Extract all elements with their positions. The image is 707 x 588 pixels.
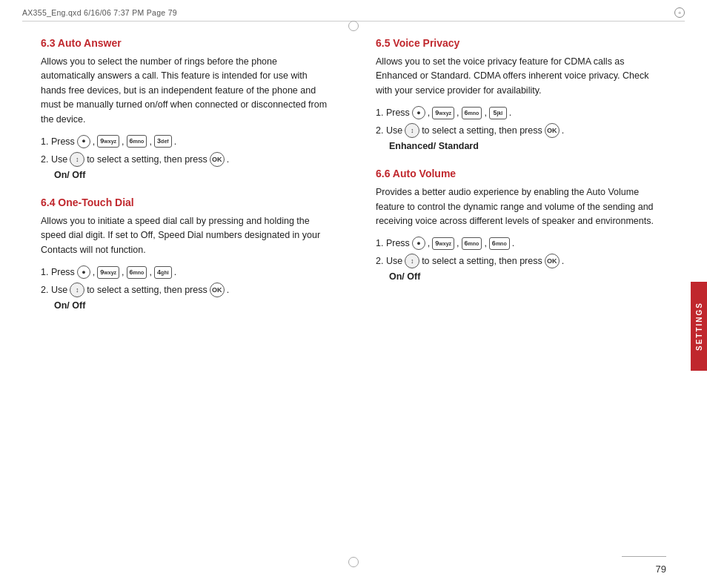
comma-12: , (484, 236, 486, 251)
step-6-6-2: 2. Use ↕ to select a setting, then press… (376, 254, 666, 268)
header-bar: AX355_Eng.qxd 6/16/06 7:37 PM Page 79 + (22, 7, 685, 22)
period-1: . (174, 134, 176, 149)
comma-4: , (93, 265, 95, 280)
step-num-6-4-1: 1. Press (41, 265, 75, 280)
sub-option-6-4: On/ Off (54, 300, 331, 311)
step-6-3-2: 2. Use ↕ to select a setting, then press… (41, 152, 331, 167)
btn-6-6-4: 6mno (127, 266, 147, 279)
btn-nav-6-6: ↕ (405, 254, 419, 268)
settings-tab-label: SETTINGS (695, 302, 703, 351)
step-text-6-3-2: to select a setting, then press (87, 152, 208, 167)
section-6-3: 6.3 Auto Answer Allows you to select the… (41, 37, 331, 180)
step-6-4-1: 1. Press ● , 9wxyz , 6mno , 4ghi . (41, 265, 331, 280)
heading-6-6: 6.6 Auto Volume (376, 168, 666, 179)
comma-2: , (122, 134, 124, 149)
period-5: . (509, 105, 511, 120)
step-6-6-1: 1. Press ● , 9wxyz , 6mno , 6mno . (376, 236, 666, 251)
step-6-5-2: 2. Use ↕ to select a setting, then press… (376, 123, 666, 138)
btn-menu-6-3: ● (77, 135, 90, 148)
btn-ok-6-5: OK (545, 123, 560, 138)
section-6-4: 6.4 One-Touch Dial Allows you to initiat… (41, 196, 331, 311)
period-4: . (227, 283, 229, 297)
btn-9-6-5: 9wxyz (432, 107, 454, 119)
footer-bar: 79 (41, 564, 666, 575)
heading-6-3: 6.3 Auto Answer (41, 37, 331, 49)
btn-9-6-6: 9wxyz (432, 237, 454, 250)
btn-6-6-3: 6mno (127, 135, 147, 148)
step-6-5-1: 1. Press ● , 9wxyz , 6mno , 5jkl . (376, 105, 666, 120)
period-6: . (562, 123, 564, 138)
sub-option-6-5: Enhanced/ Standard (389, 141, 666, 151)
btn-menu-6-6: ● (412, 237, 425, 250)
period-7: . (512, 236, 514, 251)
btn-nav-6-4: ↕ (70, 283, 84, 297)
step-num-6-3-1: 1. Press (41, 134, 75, 149)
btn-3-6-3: 3def (154, 135, 172, 148)
comma-8: , (457, 105, 459, 120)
body-6-5: Allows you to set the voice privacy feat… (376, 55, 666, 98)
body-6-4: Allows you to initiate a speed dial call… (41, 214, 331, 257)
period-8: . (562, 254, 564, 268)
btn-9-6-4: 9wxyz (97, 266, 119, 279)
comma-5: , (122, 265, 124, 280)
step-text-6-5-2: to select a setting, then press (422, 123, 542, 138)
section-6-6: 6.6 Auto Volume Provides a better audio … (376, 168, 666, 282)
btn-9-6-3: 9wxyz (97, 135, 119, 148)
sub-option-6-6: On/ Off (389, 271, 666, 282)
heading-6-5: 6.5 Voice Privacy (376, 37, 666, 49)
step-num-6-3-2: 2. Use (41, 152, 67, 167)
comma-9: , (484, 105, 486, 120)
step-num-6-6-2: 2. Use (376, 254, 402, 268)
btn-menu-6-5: ● (412, 106, 425, 119)
sub-option-6-3: On/ Off (54, 170, 331, 180)
page-number: 79 (656, 564, 666, 575)
step-num-6-6-1: 1. Press (376, 236, 410, 251)
btn-ok-6-6: OK (545, 254, 560, 268)
footer-rule (622, 556, 666, 557)
main-content: 6.3 Auto Answer Allows you to select the… (41, 37, 666, 551)
registration-circle: + (674, 7, 685, 18)
right-column: 6.5 Voice Privacy Allows you to set the … (368, 37, 666, 551)
section-6-5: 6.5 Voice Privacy Allows you to set the … (376, 37, 666, 151)
header-file-info: AX355_Eng.qxd 6/16/06 7:37 PM Page 79 (22, 8, 177, 17)
btn-ok-6-4: OK (210, 283, 225, 297)
left-column: 6.3 Auto Answer Allows you to select the… (41, 37, 339, 551)
btn-6-6-5: 6mno (462, 107, 482, 119)
step-text-6-4-2: to select a setting, then press (87, 283, 208, 297)
comma-11: , (457, 236, 459, 251)
settings-tab: SETTINGS (691, 282, 707, 371)
body-6-6: Provides a better audio experience by en… (376, 185, 666, 228)
period-3: . (174, 265, 176, 280)
period-2: . (227, 152, 229, 167)
comma-6: , (149, 265, 151, 280)
btn-ok-6-3: OK (210, 152, 225, 167)
comma-3: , (149, 134, 151, 149)
header-right: + (674, 7, 685, 18)
heading-6-4: 6.4 One-Touch Dial (41, 196, 331, 208)
btn-nav-6-3: ↕ (70, 152, 84, 167)
comma-7: , (428, 105, 430, 120)
step-num-6-5-2: 2. Use (376, 123, 402, 138)
btn-6a-6-6: 6mno (462, 237, 482, 250)
step-num-6-5-1: 1. Press (376, 105, 410, 120)
page-container: AX355_Eng.qxd 6/16/06 7:37 PM Page 79 + … (0, 0, 707, 588)
comma-1: , (93, 134, 95, 149)
btn-5-6-5: 5jkl (489, 107, 507, 119)
step-6-4-2: 2. Use ↕ to select a setting, then press… (41, 283, 331, 297)
btn-4-6-4: 4ghi (154, 266, 172, 279)
step-num-6-4-2: 2. Use (41, 283, 67, 297)
reg-mark-top (348, 21, 359, 31)
btn-nav-6-5: ↕ (405, 123, 419, 138)
step-text-6-6-2: to select a setting, then press (422, 254, 542, 268)
btn-6b-6-6: 6mno (489, 237, 510, 250)
comma-10: , (428, 236, 430, 251)
body-6-3: Allows you to select the number of rings… (41, 55, 331, 127)
btn-menu-6-4: ● (77, 265, 90, 279)
step-6-3-1: 1. Press ● , 9wxyz , 6mno , 3def . (41, 134, 331, 149)
